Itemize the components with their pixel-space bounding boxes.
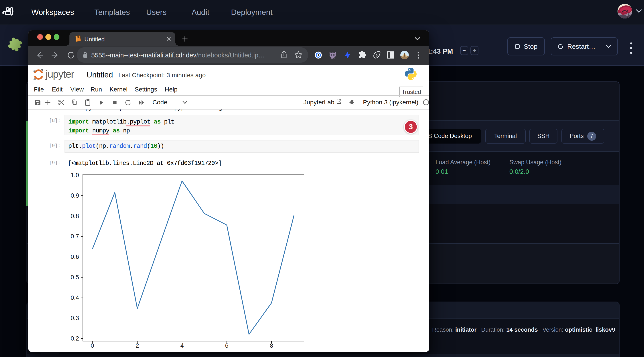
svg-text:0.9: 0.9 (70, 192, 79, 199)
svg-text:0.7: 0.7 (70, 233, 79, 240)
svg-text:0.8: 0.8 (70, 213, 79, 220)
svg-text:6: 6 (225, 342, 228, 349)
svg-text:0.6: 0.6 (70, 254, 79, 260)
svg-text:4: 4 (180, 342, 184, 349)
svg-text:0.4: 0.4 (70, 294, 79, 301)
svg-text:1.0: 1.0 (70, 172, 79, 178)
svg-text:8: 8 (270, 342, 273, 349)
svg-text:0: 0 (90, 342, 94, 349)
svg-text:0.5: 0.5 (70, 274, 79, 281)
svg-text:0.2: 0.2 (70, 335, 79, 342)
svg-text:0.3: 0.3 (70, 315, 79, 322)
svg-text:2: 2 (136, 342, 139, 349)
